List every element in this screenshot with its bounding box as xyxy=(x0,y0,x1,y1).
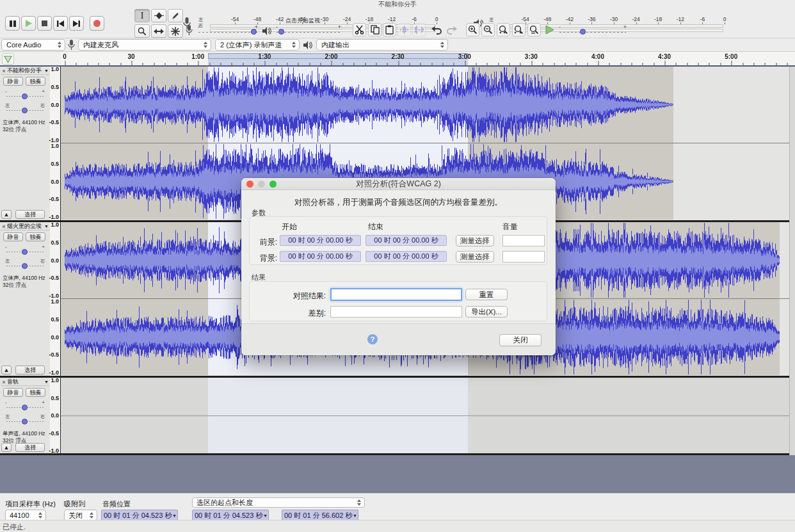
play-at-speed-button[interactable] xyxy=(543,23,556,36)
monitor-hint[interactable]: 点击开始监视 xyxy=(285,17,320,25)
track-select-button[interactable]: 选择 xyxy=(15,443,45,452)
track-menu-arrow-icon[interactable]: ▼ xyxy=(44,380,49,384)
mute-button[interactable]: 静音 xyxy=(3,77,23,86)
envelope-tool-button[interactable] xyxy=(151,9,166,22)
play-button[interactable] xyxy=(21,16,36,31)
selection-tool-button[interactable]: I xyxy=(134,9,150,22)
pan-thumb[interactable] xyxy=(22,108,28,113)
input-device-select[interactable]: 内建麦克风 xyxy=(78,39,211,51)
play-speed-thumb[interactable] xyxy=(580,29,586,35)
audio-host-select[interactable]: Core Audio xyxy=(1,39,65,51)
collapse-track-button[interactable]: ▲ xyxy=(1,443,12,452)
waveform-area[interactable] xyxy=(61,378,789,453)
zoom-project-button[interactable] xyxy=(512,23,526,36)
redo-button[interactable] xyxy=(445,23,458,36)
minimize-window-button[interactable] xyxy=(258,181,265,188)
collapse-track-button[interactable]: ▲ xyxy=(1,366,12,375)
mute-button[interactable]: 静音 xyxy=(3,388,23,397)
zoom-out-button[interactable] xyxy=(481,23,495,36)
foreground-start-time[interactable]: 00 时 00 分 00.00 秒 xyxy=(280,235,361,246)
background-end-time[interactable]: 00 时 00 分 00.00 秒 xyxy=(365,251,447,262)
cut-button[interactable] xyxy=(353,23,366,36)
track-close-button[interactable]: × xyxy=(1,379,7,385)
track-menu-arrow-icon[interactable]: ▼ xyxy=(44,224,49,229)
pan-slider[interactable]: 左右 xyxy=(5,106,45,114)
timeline-canvas[interactable] xyxy=(61,52,795,65)
track-close-button[interactable]: × xyxy=(1,68,7,74)
vertical-scrollbar[interactable] xyxy=(789,67,795,455)
zoom-in-button[interactable] xyxy=(466,23,479,36)
play-speed-slider[interactable]: -+ xyxy=(559,28,626,36)
vertical-scale-ruler[interactable]: 1.00.50.0-0.5-1.0 xyxy=(50,378,61,453)
foreground-volume-field[interactable] xyxy=(502,235,545,246)
copy-button[interactable] xyxy=(368,23,381,36)
skip-end-button[interactable] xyxy=(69,16,84,31)
stop-button[interactable] xyxy=(37,16,52,31)
selection-mode-select[interactable]: 选区的起点和长度 xyxy=(192,497,365,508)
export-button[interactable]: 导出(X)... xyxy=(465,306,508,318)
difference-field[interactable] xyxy=(330,306,462,318)
trim-audio-button[interactable] xyxy=(398,23,411,36)
track-control-panel[interactable]: ×音轨▼静音独奏-+左右单声道, 44100 Hz32位 浮点▲选择 xyxy=(0,378,50,453)
track-select-button[interactable]: 选择 xyxy=(15,210,45,219)
foreground-end-time[interactable]: 00 时 00 分 00.00 秒 xyxy=(365,235,447,246)
draw-tool-button[interactable] xyxy=(168,9,183,22)
track-title[interactable]: 不能和你分手 xyxy=(7,67,44,75)
zoom-selection-button[interactable] xyxy=(497,23,510,36)
contrast-result-field[interactable] xyxy=(330,288,462,301)
gain-slider[interactable]: -+ xyxy=(5,92,45,100)
track-title[interactable]: 音轨 xyxy=(7,378,44,386)
solo-button[interactable]: 独奏 xyxy=(26,388,45,397)
background-start-time[interactable]: 00 时 00 分 00.00 秒 xyxy=(280,251,361,262)
output-volume-slider[interactable]: -+ xyxy=(277,28,341,36)
record-channels-select[interactable]: 2 (立体声) 录制声道 xyxy=(215,39,300,51)
timeshift-tool-button[interactable] xyxy=(151,24,166,38)
record-volume-slider[interactable]: -+ xyxy=(198,28,257,36)
track-control-panel[interactable]: ×烟火里的尘埃▼静音独奏-+左右立体声, 44100 Hz32位 浮点▲选择 xyxy=(0,222,50,376)
collapse-track-button[interactable]: ▲ xyxy=(1,210,12,219)
gain-slider[interactable]: -+ xyxy=(5,403,45,411)
track-select-button[interactable]: 选择 xyxy=(15,366,45,375)
solo-button[interactable]: 独奏 xyxy=(26,232,45,241)
record-button[interactable] xyxy=(90,16,104,31)
pinned-playhead-button[interactable] xyxy=(2,53,14,65)
dialog-titlebar[interactable]: 对照分析(符合WCAG 2) xyxy=(241,178,556,190)
gain-thumb[interactable] xyxy=(22,249,28,255)
pause-button[interactable] xyxy=(5,16,20,31)
pan-slider[interactable]: 左右 xyxy=(5,417,45,425)
pan-thumb[interactable] xyxy=(22,263,28,269)
pan-thumb[interactable] xyxy=(22,419,28,424)
zoom-toggle-button[interactable] xyxy=(527,23,541,36)
paste-button[interactable] xyxy=(383,23,396,36)
help-button[interactable]: ? xyxy=(367,334,378,344)
background-measure-button[interactable]: 测量选择 xyxy=(456,251,494,262)
skip-start-button[interactable] xyxy=(53,16,68,31)
track-menu-arrow-icon[interactable]: ▼ xyxy=(44,69,49,73)
background-volume-field[interactable] xyxy=(502,251,545,262)
output-volume-thumb[interactable] xyxy=(278,29,284,35)
multi-tool-button[interactable] xyxy=(168,24,183,38)
record-volume-thumb[interactable] xyxy=(251,29,257,35)
vertical-scale-ruler[interactable]: 1.00.50.0-0.5-1.01.00.50.0-0.5-1.0 xyxy=(50,222,61,376)
silence-audio-button[interactable] xyxy=(412,23,426,36)
solo-button[interactable]: 独奏 xyxy=(26,77,45,86)
track-close-button[interactable]: × xyxy=(1,223,7,230)
zoom-window-button[interactable] xyxy=(269,181,277,188)
vertical-scale-ruler[interactable]: 1.00.50.0-0.5-1.01.00.50.0-0.5-1.0 xyxy=(50,67,61,220)
mute-button[interactable]: 静音 xyxy=(3,232,23,241)
pan-slider[interactable]: 左右 xyxy=(5,262,45,270)
gain-slider[interactable]: -+ xyxy=(5,248,45,255)
close-button[interactable]: 关闭 xyxy=(499,334,542,346)
gain-thumb[interactable] xyxy=(22,405,28,410)
waveform-canvas[interactable] xyxy=(61,378,789,453)
undo-button[interactable] xyxy=(430,23,443,36)
zoom-tool-button[interactable] xyxy=(134,24,150,38)
gain-thumb[interactable] xyxy=(22,93,28,99)
foreground-measure-button[interactable]: 测量选择 xyxy=(456,235,494,246)
track-control-panel[interactable]: ×不能和你分手▼静音独奏-+左右立体声, 44100 Hz32位 浮点▲选择 xyxy=(0,67,50,220)
timeline-ruler[interactable] xyxy=(0,52,795,67)
output-device-select[interactable]: 内建输出 xyxy=(316,39,448,51)
track-title[interactable]: 烟火里的尘埃 xyxy=(7,222,44,230)
close-window-button[interactable] xyxy=(246,181,253,188)
reset-button[interactable]: 重置 xyxy=(465,289,508,300)
